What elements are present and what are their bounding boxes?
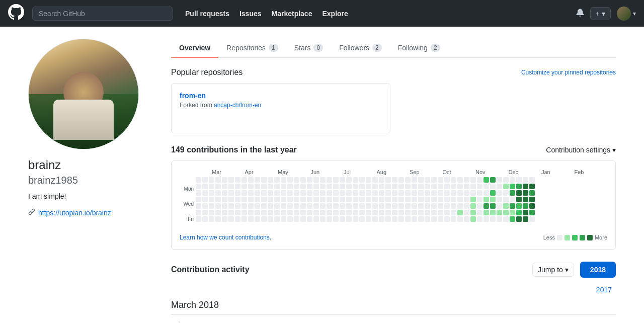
graph-cell[interactable] <box>516 197 522 202</box>
graph-cell[interactable] <box>313 184 319 189</box>
graph-cell[interactable] <box>385 216 391 222</box>
graph-cell[interactable] <box>300 210 306 215</box>
graph-cell[interactable] <box>412 197 417 202</box>
graph-cell[interactable] <box>438 203 443 209</box>
graph-cell[interactable] <box>248 190 254 196</box>
graph-cell[interactable] <box>366 184 371 189</box>
graph-cell[interactable] <box>294 203 299 209</box>
graph-cell[interactable] <box>255 184 260 189</box>
graph-cell[interactable] <box>516 190 522 196</box>
graph-cell[interactable] <box>444 216 450 222</box>
graph-cell[interactable] <box>307 184 312 189</box>
graph-cell[interactable] <box>242 216 247 222</box>
graph-cell[interactable] <box>202 197 208 202</box>
graph-cell[interactable] <box>484 203 489 209</box>
graph-cell[interactable] <box>228 216 234 222</box>
graph-cell[interactable] <box>497 216 502 222</box>
graph-cell[interactable] <box>294 184 299 189</box>
graph-cell[interactable] <box>438 184 443 189</box>
graph-cell[interactable] <box>470 203 476 209</box>
graph-cell[interactable] <box>392 197 397 202</box>
graph-cell[interactable] <box>464 203 469 209</box>
graph-cell[interactable] <box>255 216 260 222</box>
graph-cell[interactable] <box>431 184 437 189</box>
graph-cell[interactable] <box>274 210 280 215</box>
graph-cell[interactable] <box>457 177 463 183</box>
graph-cell[interactable] <box>497 210 502 215</box>
graph-cell[interactable] <box>523 197 528 202</box>
graph-cell[interactable] <box>510 197 515 202</box>
graph-cell[interactable] <box>385 184 391 189</box>
graph-cell[interactable] <box>510 203 515 209</box>
graph-cell[interactable] <box>398 216 404 222</box>
graph-cell[interactable] <box>327 184 332 189</box>
graph-cell[interactable] <box>215 177 221 183</box>
graph-cell[interactable] <box>412 203 417 209</box>
graph-cell[interactable] <box>248 210 254 215</box>
profile-link[interactable]: https://utopian.io/brainz <box>28 208 159 217</box>
graph-cell[interactable] <box>516 203 522 209</box>
graph-cell[interactable] <box>287 203 293 209</box>
graph-cell[interactable] <box>490 177 496 183</box>
graph-cell[interactable] <box>366 190 371 196</box>
graph-cell[interactable] <box>438 177 443 183</box>
tab-followers[interactable]: Followers 2 <box>331 39 390 58</box>
graph-cell[interactable] <box>464 197 469 202</box>
graph-cell[interactable] <box>261 210 267 215</box>
graph-cell[interactable] <box>215 197 221 202</box>
graph-cell[interactable] <box>274 177 280 183</box>
graph-cell[interactable] <box>359 210 365 215</box>
graph-cell[interactable] <box>398 177 404 183</box>
graph-cell[interactable] <box>274 197 280 202</box>
graph-cell[interactable] <box>503 197 509 202</box>
graph-cell[interactable] <box>451 184 456 189</box>
graph-cell[interactable] <box>242 190 247 196</box>
graph-cell[interactable] <box>464 190 469 196</box>
graph-cell[interactable] <box>366 216 371 222</box>
graph-cell[interactable] <box>392 216 397 222</box>
graph-cell[interactable] <box>235 216 240 222</box>
year-2017-button[interactable]: 2017 <box>592 284 616 296</box>
graph-cell[interactable] <box>366 177 371 183</box>
graph-cell[interactable] <box>444 177 450 183</box>
user-menu[interactable]: ▾ <box>617 7 636 21</box>
graph-cell[interactable] <box>215 190 221 196</box>
graph-cell[interactable] <box>405 216 411 222</box>
graph-cell[interactable] <box>228 177 234 183</box>
graph-cell[interactable] <box>235 184 240 189</box>
graph-cell[interactable] <box>444 184 450 189</box>
graph-cell[interactable] <box>392 177 397 183</box>
graph-cell[interactable] <box>484 184 489 189</box>
graph-cell[interactable] <box>327 203 332 209</box>
graph-cell[interactable] <box>242 177 247 183</box>
graph-cell[interactable] <box>235 190 240 196</box>
graph-cell[interactable] <box>372 190 378 196</box>
graph-cell[interactable] <box>412 190 417 196</box>
graph-cell[interactable] <box>372 210 378 215</box>
graph-cell[interactable] <box>464 177 469 183</box>
graph-cell[interactable] <box>418 190 424 196</box>
graph-cell[interactable] <box>353 216 358 222</box>
graph-cell[interactable] <box>490 190 496 196</box>
graph-cell[interactable] <box>392 184 397 189</box>
graph-cell[interactable] <box>457 197 463 202</box>
graph-cell[interactable] <box>444 210 450 215</box>
graph-cell[interactable] <box>477 190 482 196</box>
graph-cell[interactable] <box>340 184 345 189</box>
graph-cell[interactable] <box>451 190 456 196</box>
graph-cell[interactable] <box>222 210 227 215</box>
graph-cell[interactable] <box>451 197 456 202</box>
graph-cell[interactable] <box>431 210 437 215</box>
graph-cell[interactable] <box>353 190 358 196</box>
graph-cell[interactable] <box>261 177 267 183</box>
graph-cell[interactable] <box>490 210 496 215</box>
graph-cell[interactable] <box>431 177 437 183</box>
graph-cell[interactable] <box>268 177 273 183</box>
graph-cell[interactable] <box>327 177 332 183</box>
graph-cell[interactable] <box>451 216 456 222</box>
graph-cell[interactable] <box>392 203 397 209</box>
graph-cell[interactable] <box>359 197 365 202</box>
graph-cell[interactable] <box>425 177 430 183</box>
graph-cell[interactable] <box>497 177 502 183</box>
graph-cell[interactable] <box>523 216 528 222</box>
